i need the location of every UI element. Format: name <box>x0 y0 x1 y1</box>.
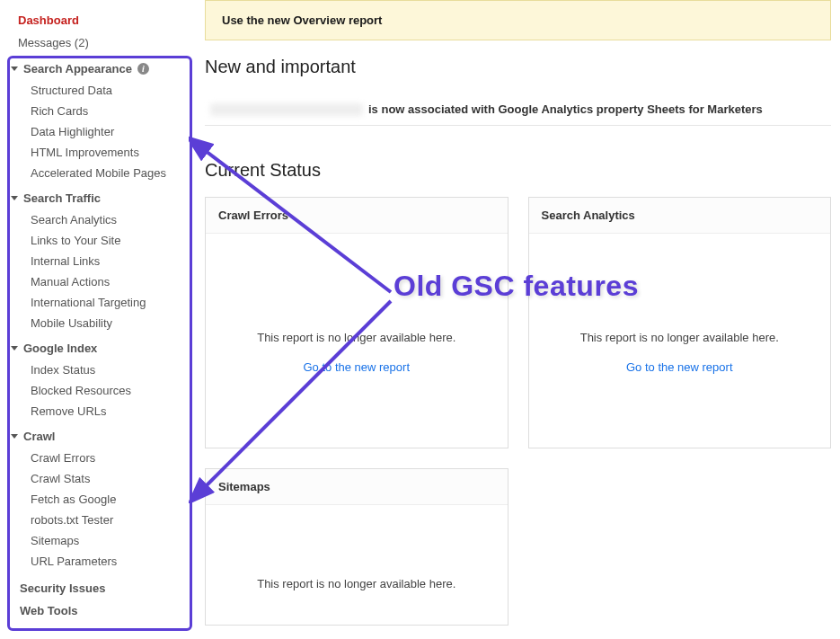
notice-row[interactable]: is now associated with Google Analytics … <box>205 93 831 126</box>
nav-section-crawl: Crawl Crawl Errors Crawl Stats Fetch as … <box>11 425 196 572</box>
unavailable-text: This report is no longer available here. <box>224 331 490 344</box>
nav-header-google-index[interactable]: Google Index <box>11 337 196 359</box>
card-sitemaps: Sitemaps This report is no longer availa… <box>205 468 508 626</box>
caret-down-icon <box>11 434 18 439</box>
overview-banner-link[interactable]: Use the new Overview report <box>222 13 382 27</box>
card-header: Sitemaps <box>206 469 508 505</box>
nav-intl-targeting[interactable]: International Targeting <box>11 292 196 313</box>
info-icon[interactable]: i <box>137 63 149 75</box>
nav-remove-urls[interactable]: Remove URLs <box>11 401 196 422</box>
redacted-url <box>210 103 363 116</box>
nav-crawl-errors[interactable]: Crawl Errors <box>11 448 196 468</box>
go-to-new-report-link[interactable]: Go to the new report <box>626 360 733 374</box>
nav-section-search-traffic: Search Traffic Search Analytics Links to… <box>11 187 196 333</box>
nav-dashboard[interactable]: Dashboard <box>11 9 196 31</box>
nav-header-label: Search Traffic <box>23 191 101 205</box>
new-important-title: New and important <box>205 57 831 77</box>
nav-section-google-index: Google Index Index Status Blocked Resour… <box>11 337 196 422</box>
unavailable-text: This report is no longer available here. <box>547 331 813 344</box>
nav-crawl-stats[interactable]: Crawl Stats <box>11 468 196 489</box>
nav-links-to-site[interactable]: Links to Your Site <box>11 230 196 251</box>
status-grid: Crawl Errors This report is no longer av… <box>205 197 831 448</box>
nav-header-label: Google Index <box>23 342 97 355</box>
nav-internal-links[interactable]: Internal Links <box>11 251 196 271</box>
nav-data-highlighter[interactable]: Data Highlighter <box>11 121 196 142</box>
nav-web-tools[interactable]: Web Tools <box>11 599 196 622</box>
nav-manual-actions[interactable]: Manual Actions <box>11 271 196 292</box>
nav-messages[interactable]: Messages (2) <box>11 31 196 54</box>
nav-sitemaps[interactable]: Sitemaps <box>11 530 196 551</box>
nav-header-crawl[interactable]: Crawl <box>11 425 196 448</box>
unavailable-text: This report is no longer available here. <box>224 577 490 590</box>
nav-rich-cards[interactable]: Rich Cards <box>11 101 196 121</box>
overview-banner: Use the new Overview report <box>205 0 831 40</box>
caret-down-icon <box>11 67 18 71</box>
nav-mobile-usability[interactable]: Mobile Usability <box>11 313 196 333</box>
caret-down-icon <box>11 346 18 351</box>
go-to-new-report-link[interactable]: Go to the new report <box>303 360 410 374</box>
nav-index-status[interactable]: Index Status <box>11 359 196 380</box>
nav-url-parameters[interactable]: URL Parameters <box>11 551 196 572</box>
card-header: Search Analytics <box>529 198 831 234</box>
nav-security-issues[interactable]: Security Issues <box>11 577 196 599</box>
nav-header-label: Crawl <box>23 430 55 443</box>
nav-header-search-traffic[interactable]: Search Traffic <box>11 187 196 209</box>
card-body: This report is no longer available here. <box>206 505 508 625</box>
current-status-title: Current Status <box>205 160 831 181</box>
nav-header-search-appearance[interactable]: Search Appearance i <box>11 58 196 80</box>
card-search-analytics: Search Analytics This report is no longe… <box>528 197 832 448</box>
nav-html-improvements[interactable]: HTML Improvements <box>11 142 196 163</box>
nav-section-search-appearance: Search Appearance i Structured Data Rich… <box>11 58 196 183</box>
notice-text: is now associated with Google Analytics … <box>368 102 763 116</box>
nav-structured-data[interactable]: Structured Data <box>11 80 196 101</box>
nav-fetch-as-google[interactable]: Fetch as Google <box>11 489 196 510</box>
caret-down-icon <box>11 196 18 200</box>
nav-header-label: Search Appearance <box>23 62 132 75</box>
nav-robots-tester[interactable]: robots.txt Tester <box>11 510 196 530</box>
nav-blocked-resources[interactable]: Blocked Resources <box>11 380 196 401</box>
nav-search-analytics[interactable]: Search Analytics <box>11 209 196 230</box>
card-crawl-errors: Crawl Errors This report is no longer av… <box>205 197 508 448</box>
card-body: This report is no longer available here.… <box>206 234 508 392</box>
card-header: Crawl Errors <box>206 198 508 234</box>
main-content: Use the new Overview report New and impo… <box>196 0 840 639</box>
nav-amp[interactable]: Accelerated Mobile Pages <box>11 163 196 183</box>
card-body: This report is no longer available here.… <box>529 234 831 392</box>
sidebar: Dashboard Messages (2) Search Appearance… <box>0 0 196 639</box>
